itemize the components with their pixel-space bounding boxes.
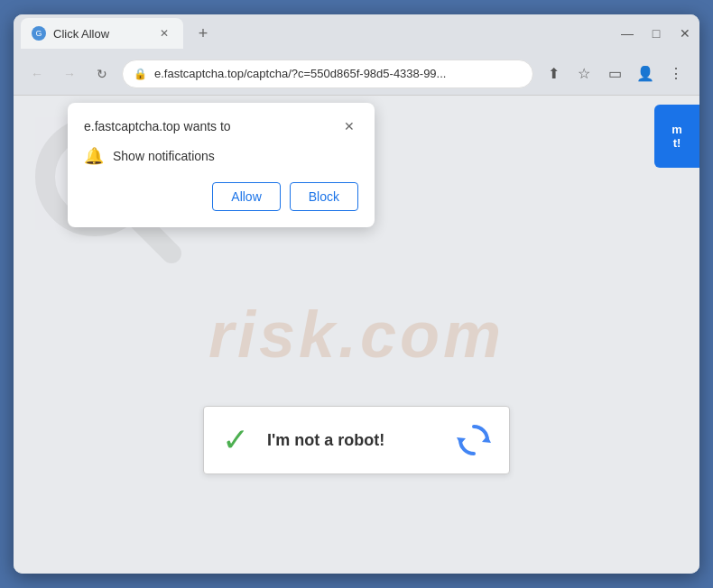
- close-window-button[interactable]: ✕: [678, 26, 692, 41]
- bell-icon: 🔔: [84, 146, 104, 166]
- recaptcha-icon: [457, 423, 491, 457]
- page-content: risk.com m t! e.fastcaptcha.top wants to…: [14, 96, 699, 574]
- popup-title: e.fastcaptcha.top wants to: [84, 119, 231, 133]
- watermark-text: risk.com: [208, 298, 505, 372]
- notification-popup: e.fastcaptcha.top wants to ✕ 🔔 Show noti…: [68, 103, 375, 227]
- lock-icon: 🔒: [134, 68, 147, 80]
- new-tab-button[interactable]: +: [190, 21, 216, 46]
- tab-title: Click Allow: [53, 27, 149, 41]
- address-bar[interactable]: 🔒 e.fastcaptcha.top/captcha/?c=550d865f-…: [122, 60, 533, 88]
- minimize-button[interactable]: —: [620, 26, 634, 41]
- recaptcha-logo: [457, 423, 491, 457]
- share-button[interactable]: ⬆: [541, 61, 566, 87]
- tab-close-button[interactable]: ✕: [156, 25, 172, 41]
- reload-button[interactable]: ↻: [89, 61, 115, 87]
- popup-close-button[interactable]: ✕: [340, 117, 358, 135]
- browser-tab[interactable]: G Click Allow ✕: [21, 18, 183, 49]
- captcha-checkmark: ✓: [222, 421, 249, 459]
- popup-buttons: Allow Block: [84, 182, 358, 211]
- nav-actions: ⬆ ☆ ▭ 👤 ⋮: [541, 61, 689, 87]
- allow-button[interactable]: Allow: [212, 182, 280, 211]
- tab-favicon: G: [32, 26, 46, 41]
- captcha-box: ✓ I'm not a robot!: [203, 406, 510, 474]
- blue-corner-button[interactable]: m t!: [654, 105, 699, 168]
- popup-header: e.fastcaptcha.top wants to ✕: [84, 117, 358, 135]
- block-button[interactable]: Block: [290, 182, 358, 211]
- browser-window: G Click Allow ✕ + — □ ✕ ← → ↻ 🔒 e.fastca…: [14, 14, 699, 574]
- back-button[interactable]: ←: [24, 61, 50, 87]
- address-text: e.fastcaptcha.top/captcha/?c=550d865f-98…: [154, 67, 522, 80]
- title-bar: G Click Allow ✕ + — □ ✕: [14, 14, 699, 52]
- window-controls: — □ ✕: [620, 26, 692, 41]
- maximize-button[interactable]: □: [649, 26, 663, 41]
- forward-button[interactable]: →: [57, 61, 82, 87]
- svg-marker-2: [482, 436, 491, 443]
- captcha-label: I'm not a robot!: [267, 431, 439, 450]
- menu-button[interactable]: ⋮: [663, 61, 689, 87]
- sidebar-button[interactable]: ▭: [602, 61, 627, 87]
- svg-marker-3: [457, 437, 466, 445]
- popup-notification-row: 🔔 Show notifications: [84, 146, 358, 166]
- nav-bar: ← → ↻ 🔒 e.fastcaptcha.top/captcha/?c=550…: [14, 52, 699, 96]
- profile-button[interactable]: 👤: [633, 61, 658, 87]
- bookmark-button[interactable]: ☆: [571, 61, 597, 87]
- popup-notification-text: Show notifications: [113, 149, 215, 163]
